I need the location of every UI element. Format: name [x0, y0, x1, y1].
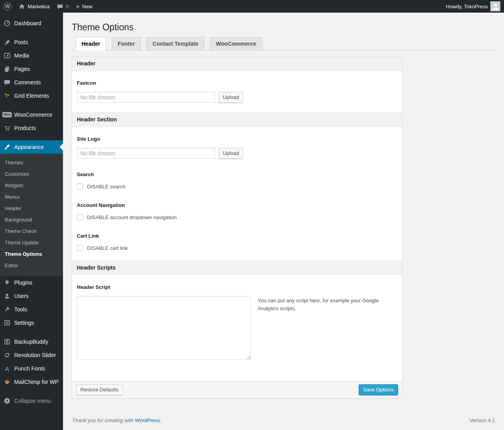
save-options-button[interactable]: Save Options [359, 384, 398, 395]
sidebar-item-settings[interactable]: Settings [0, 316, 63, 329]
submenu-item-theme-options[interactable]: Theme Options [0, 248, 63, 260]
tab-contact-template[interactable]: Contact Template [146, 37, 204, 50]
disable-search-row[interactable]: DISABLE search [77, 183, 397, 190]
disable-account-checkbox[interactable] [77, 214, 83, 220]
disable-account-row[interactable]: DISABLE account dropdown navigation [77, 214, 397, 220]
cart-link-label: Cart Link [77, 233, 397, 239]
sidebar-item-label: Products [14, 125, 36, 131]
sidebar-item-products[interactable]: Products [0, 121, 63, 135]
settings-sliders-icon [3, 319, 11, 327]
header-script-group: Header Script You can put any script her… [77, 275, 397, 372]
site-name-link[interactable]: Marketica [15, 0, 53, 13]
comments-link[interactable]: 0 [53, 0, 72, 13]
panel-footer: Restore Defaults Save Options [72, 381, 402, 398]
restore-defaults-button[interactable]: Restore Defaults [76, 384, 123, 395]
wordpress-logo-icon: W [4, 2, 11, 10]
sidebar-item-grid-elements[interactable]: Grid Elements [0, 89, 63, 102]
site-logo-upload-button[interactable]: Upload [219, 148, 243, 159]
sidebar-item-label: Pages [14, 66, 30, 72]
section-title: Header [72, 57, 402, 71]
site-logo-file-input[interactable] [77, 148, 215, 159]
cart-icon [3, 124, 11, 132]
submenu-item-theme-check[interactable]: Theme Check [0, 225, 63, 237]
admin-menu: Dashboard Posts Media Pages Commen [0, 13, 63, 430]
comments-count: 0 [66, 4, 69, 9]
submenu-item-widgets[interactable]: Widgets [0, 180, 63, 191]
submenu-item-header[interactable]: Header [0, 203, 63, 214]
disable-account-label: DISABLE account dropdown navigation [87, 214, 177, 220]
tab-footer[interactable]: Footer [112, 37, 141, 50]
sidebar-item-media[interactable]: Media [0, 49, 63, 62]
sidebar-item-label: Appearance [14, 144, 44, 150]
media-icon [3, 52, 11, 60]
section-body: Site Logo Upload Search DISABLE search [72, 127, 402, 261]
tab-woocommerce[interactable]: WooCommerce [210, 37, 262, 50]
submenu-item-menus[interactable]: Menus [0, 191, 63, 203]
disable-cart-checkbox[interactable] [77, 245, 83, 251]
menu-separator [0, 30, 63, 35]
tab-bar: Header Footer Contact Template WooCommer… [72, 37, 495, 50]
user-icon [3, 292, 11, 300]
new-label: New [82, 4, 93, 9]
section-body: Favicon Upload [72, 71, 402, 112]
sidebar-item-tools[interactable]: Tools [0, 303, 63, 316]
wrench-icon [3, 305, 11, 313]
sidebar-item-backupbuddy[interactable]: BackupBuddy [0, 335, 63, 348]
favicon-group: Favicon Upload [77, 71, 397, 103]
new-content-link[interactable]: + New [72, 0, 96, 13]
admin-bar-right: Howdy, TokoPress [443, 0, 504, 13]
sidebar-item-pages[interactable]: Pages [0, 62, 63, 76]
cycle-arrows-icon [3, 351, 11, 359]
favicon-file-row: Upload [77, 92, 397, 103]
sidebar-item-label: BackupBuddy [14, 339, 48, 345]
sidebar-item-posts[interactable]: Posts [0, 35, 63, 49]
wp-logo-menu[interactable]: W [0, 0, 15, 13]
sidebar-item-plugins[interactable]: Plugins [0, 276, 63, 289]
disable-search-checkbox[interactable] [77, 183, 83, 190]
sidebar-item-users[interactable]: Users [0, 289, 63, 303]
howdy-label: Howdy, TokoPress [446, 4, 488, 9]
sidebar-item-comments[interactable]: Comments [0, 76, 63, 89]
favicon-file-input[interactable] [77, 92, 215, 103]
comment-icon [3, 78, 11, 86]
sidebar-item-woocommerce[interactable]: Woo WooCommerce [0, 108, 63, 121]
search-label: Search [77, 171, 397, 177]
wordpress-link[interactable]: WordPress [135, 417, 160, 423]
account-navigation-label: Account Navigation [77, 202, 397, 208]
sidebar-item-label: Tools [14, 306, 27, 313]
submenu-item-themes[interactable]: Themes [0, 157, 63, 168]
account-menu[interactable]: Howdy, TokoPress [443, 0, 504, 13]
site-name-label: Marketica [28, 4, 50, 9]
sidebar-item-mailchimp[interactable]: MailChimp for WP [0, 375, 63, 389]
tab-header[interactable]: Header [76, 37, 106, 50]
sidebar-item-appearance[interactable]: Appearance [0, 140, 63, 154]
sidebar-item-punch-fonts[interactable]: A Punch Fonts [0, 362, 63, 375]
submenu-item-theme-update[interactable]: Theme Update [0, 237, 63, 248]
pages-icon [3, 65, 11, 73]
header-script-row: You can put any script here, for example… [77, 296, 397, 360]
pushpin-icon [3, 38, 11, 46]
menu-separator [0, 329, 63, 335]
header-script-textarea[interactable] [77, 296, 251, 360]
header-script-help-text: You can put any script here, for example… [258, 297, 380, 313]
sidebar-item-collapse-menu[interactable]: Collapse menu [0, 394, 63, 408]
submenu-item-customize[interactable]: Customize [0, 168, 63, 180]
submenu-item-background[interactable]: Background [0, 214, 63, 225]
sidebar-item-label: Users [14, 293, 29, 299]
favicon-upload-button[interactable]: Upload [219, 92, 243, 103]
page-title: Theme Options [72, 13, 495, 33]
backupbuddy-icon [3, 338, 11, 346]
account-navigation-group: Account Navigation DISABLE account dropd… [77, 190, 397, 220]
submenu-item-editor[interactable]: Editor [0, 260, 63, 271]
favicon-label: Favicon [77, 80, 397, 86]
sidebar-item-revolution-slider[interactable]: Revolution Slider [0, 348, 63, 362]
disable-cart-row[interactable]: DISABLE cart link [77, 245, 397, 251]
header-script-label: Header Script [77, 284, 397, 290]
disable-search-label: DISABLE search [87, 184, 126, 190]
menu-separator [0, 102, 63, 108]
wordpress-admin: W Marketica 0 + New Howdy, TokoPress [0, 0, 504, 430]
avatar [490, 1, 500, 11]
plugin-icon [3, 279, 11, 287]
sidebar-item-dashboard[interactable]: Dashboard [0, 17, 63, 30]
site-logo-label: Site Logo [77, 136, 397, 142]
